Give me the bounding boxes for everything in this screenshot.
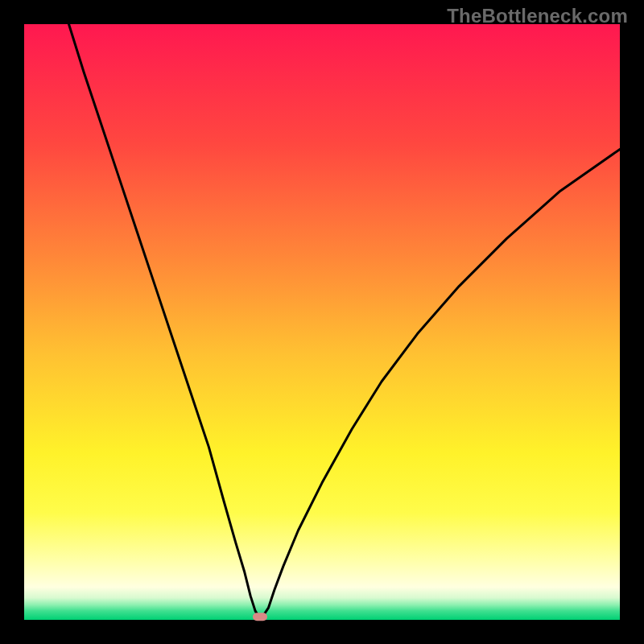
chart-plot-area bbox=[24, 24, 620, 620]
watermark-text: TheBottleneck.com bbox=[447, 5, 628, 27]
optimal-point-marker bbox=[253, 613, 267, 621]
bottleneck-chart bbox=[0, 0, 644, 644]
chart-container: TheBottleneck.com bbox=[0, 0, 644, 644]
